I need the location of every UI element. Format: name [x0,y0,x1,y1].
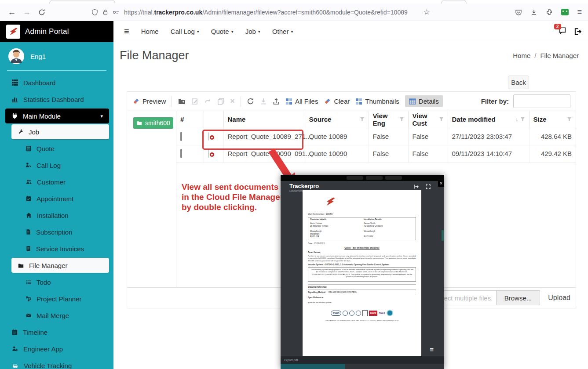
browser-menu-icon[interactable]: ≡ [577,7,582,17]
upload-icon[interactable] [273,98,280,105]
sidebar-item-todo[interactable]: Todo [0,274,113,290]
sidebar-toggle-icon[interactable]: ≡ [124,26,129,36]
caret-down-icon: ▾ [231,29,234,34]
filter-funnel-icon[interactable] [399,117,404,122]
breadcrumb-home[interactable]: Home [513,52,530,59]
filter-funnel-icon[interactable] [439,117,444,122]
new-folder-icon[interactable] [178,98,186,105]
col-header-num[interactable]: # [176,111,204,128]
filter-funnel-icon[interactable] [520,117,525,122]
sidebar-item-project-planner[interactable]: Project Planner [0,290,113,307]
pocket-icon[interactable] [515,9,522,16]
sidebar-item-label: Service Invoices [36,245,84,253]
sidebar-item-main-module[interactable]: Main Module ▾ [5,109,109,123]
file-name-cell[interactable]: Report_Quote_10090_091... [223,145,305,162]
sidebar-item-timeline[interactable]: Timeline [0,324,113,340]
delete-icon[interactable]: × [230,97,235,106]
browser-tab[interactable] [49,0,115,4]
app-nav: ≡ Home Call Log▾ Quote▾ Job▾ Other▾ [124,26,293,36]
thumbnails-button[interactable]: Thumbnails [355,98,399,105]
redo-icon[interactable] [204,98,212,105]
sidebar-item-call-log[interactable]: Call Log [0,157,113,174]
url-text[interactable]: https://trial.trackerpro.co.uk/Admin/fil… [124,9,408,16]
all-files-button[interactable]: All Files [285,98,318,105]
row-checkbox[interactable] [180,132,182,141]
col-header-source[interactable]: Source [305,111,369,128]
browser-forward-icon[interactable]: → [19,7,34,17]
notifications-chat-icon[interactable]: 2 [558,27,566,36]
permissions-icon[interactable] [113,10,120,15]
filter-input[interactable] [513,94,570,108]
browser-tab-strip [0,0,588,4]
sidebar-user[interactable]: Eng1 [0,42,113,69]
filter-funnel-icon[interactable] [567,117,572,122]
col-header-view-cust[interactable]: View Cust [408,111,448,128]
col-header-size[interactable]: Size [529,111,576,128]
browser-tab-partial[interactable] [441,0,467,4]
copy-icon[interactable] [217,98,224,105]
file-name-cell[interactable]: Report_Quote_10089_271... [223,128,305,145]
browse-button[interactable]: Browse... [496,290,541,305]
close-icon[interactable]: × [438,181,444,187]
sidebar-item-engineer-app[interactable]: Engineer App [0,340,113,357]
shield-icon[interactable] [91,9,98,16]
browser-reload-icon[interactable] [34,8,49,16]
col-header-view-eng[interactable]: View Eng [369,111,408,128]
back-button[interactable]: Back [508,76,529,89]
clear-button[interactable]: Clear [324,98,350,105]
filter-funnel-icon[interactable] [360,117,365,122]
download-icon[interactable] [260,98,267,105]
sidebar-item-file-manager[interactable]: File Manager [11,258,109,273]
cert-badge-icon [349,311,354,316]
url-bar[interactable]: https://trial.trackerpro.co.uk/Admin/fil… [91,7,515,17]
folder-icon [136,120,142,126]
sidebar-item-vehicle-tracking[interactable]: Vehicle Tracking [0,357,113,369]
sidebar-item-statistics-dashboard[interactable]: Statistics Dashboard [0,91,113,108]
folder-node-smith600[interactable]: smith600 [133,117,173,129]
brand[interactable]: Admin Portal [0,21,113,42]
sidebar-item-installation[interactable]: Installation [0,207,113,224]
nav-other[interactable]: Other▾ [272,28,293,35]
robot-extension-icon[interactable] [561,9,569,15]
nav-call-log[interactable]: Call Log▾ [171,28,199,35]
extensions-icon[interactable] [546,9,553,16]
fullscreen-icon[interactable] [425,184,431,189]
sidebar-item-appointment[interactable]: Appointment [0,190,113,207]
sidebar-item-dashboard[interactable]: Dashboard [0,74,113,91]
col-header-date-modified[interactable]: Date modified↓ [448,111,529,128]
logout-icon[interactable] [573,28,582,36]
browser-back-icon[interactable]: ← [4,7,19,17]
nav-job[interactable]: Job▾ [245,28,260,35]
table-row[interactable]: Report_Quote_10089_271... Quote 10089 Fa… [176,128,576,145]
cert-badge-icon [362,310,368,316]
viewer-menu-icon[interactable]: ≡ [430,346,434,353]
doc-spec-label: Spec Reference: [308,297,324,299]
preview-button[interactable]: Preview [132,98,166,105]
sidebar-item-quote[interactable]: Quote [0,140,113,157]
upload-button[interactable]: Upload [548,294,570,302]
table-row[interactable]: Report_Quote_10090_091... Quote 10090 Fa… [176,145,576,162]
people-icon [26,179,32,185]
nav-quote[interactable]: Quote▾ [211,28,234,35]
sidebar-item-subscription[interactable]: Subscription [0,224,113,240]
downloads-icon[interactable] [530,9,537,16]
bookmark-star-icon[interactable]: ☆ [424,7,430,17]
sidebar-item-customer[interactable]: Customer [0,174,113,190]
pdf-document-preview[interactable]: Our Reference : 10089 Customer details K… [303,190,421,358]
col-header-name[interactable]: Name [223,111,305,128]
rename-icon[interactable] [191,98,198,105]
nav-home[interactable]: Home [141,28,159,35]
refresh-icon[interactable] [247,98,254,105]
row-checkbox[interactable] [180,149,182,158]
viewer-scrollbar[interactable] [442,230,444,241]
dashboard-grid-icon [11,79,18,86]
details-button[interactable]: Details [405,95,443,107]
lock-icon[interactable] [102,9,108,15]
sidebar-item-mail-merge[interactable]: Mail Merge [0,307,113,324]
sidebar-item-job[interactable]: Job [11,124,109,139]
sort-desc-icon[interactable]: ↓ [515,116,519,123]
open-new-window-icon[interactable] [413,184,419,189]
sidebar-item-service-invoices[interactable]: Service Invoices [0,240,113,257]
col-header-icon[interactable] [204,111,223,128]
date-modified-cell: 09/11/2023 14:10:47 [448,145,529,162]
